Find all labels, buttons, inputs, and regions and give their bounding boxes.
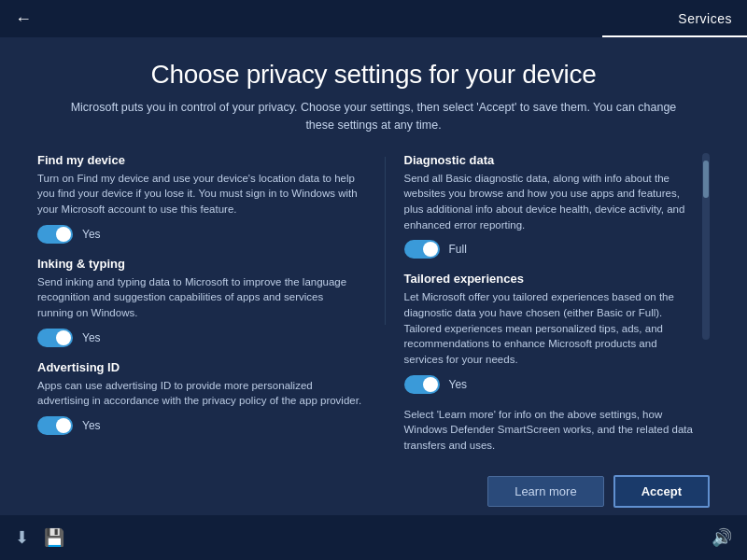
- scrollbar-track[interactable]: [702, 153, 710, 340]
- scrollbar-thumb[interactable]: [703, 161, 709, 198]
- settings-col-left: Find my device Turn on Find my device an…: [37, 153, 385, 516]
- tailored-experiences-title: Tailored experiences: [404, 272, 699, 286]
- find-my-device-toggle-label: Yes: [82, 228, 101, 241]
- download-icon[interactable]: ⬇: [15, 527, 29, 548]
- inking-typing-toggle[interactable]: [37, 329, 73, 347]
- setting-diagnostic-data: Diagnostic data Send all Basic diagnosti…: [404, 153, 699, 259]
- find-my-device-toggle[interactable]: [37, 225, 73, 244]
- back-button[interactable]: ←: [15, 9, 32, 29]
- inking-typing-toggle-label: Yes: [82, 331, 101, 344]
- advertising-id-toggle-knob: [56, 418, 71, 433]
- page-title: Choose privacy settings for your device: [151, 60, 597, 90]
- settings-area: Find my device Turn on Find my device an…: [37, 153, 710, 516]
- diagnostic-data-toggle[interactable]: [404, 240, 440, 259]
- tailored-experiences-toggle[interactable]: [404, 375, 440, 394]
- diagnostic-data-title: Diagnostic data: [404, 153, 699, 167]
- accept-button[interactable]: Accept: [613, 475, 710, 508]
- main-content: Choose privacy settings for your device …: [0, 37, 747, 515]
- bottombar: ⬇ 💾 🔊: [0, 515, 747, 560]
- settings-col-right: Diagnostic data Send all Basic diagnosti…: [386, 153, 699, 516]
- tailored-experiences-toggle-knob: [423, 377, 438, 392]
- setting-find-my-device: Find my device Turn on Find my device an…: [37, 153, 362, 244]
- topbar-title: Services: [678, 11, 732, 26]
- setting-inking-typing: Inking & typing Send inking and typing d…: [37, 257, 362, 347]
- tailored-experiences-toggle-label: Yes: [449, 378, 468, 391]
- find-my-device-toggle-row: Yes: [37, 225, 362, 244]
- tailored-experiences-desc: Let Microsoft offer you tailored experie…: [404, 289, 699, 367]
- advertising-id-toggle-row: Yes: [37, 416, 362, 435]
- save-icon[interactable]: 💾: [44, 527, 64, 548]
- diagnostic-data-toggle-row: Full: [404, 240, 699, 259]
- topbar: ← Services: [0, 0, 747, 37]
- diagnostic-data-toggle-knob: [423, 242, 438, 257]
- setting-tailored-experiences: Tailored experiences Let Microsoft offer…: [404, 272, 699, 393]
- find-my-device-toggle-knob: [56, 227, 71, 242]
- advertising-id-toggle[interactable]: [37, 416, 73, 435]
- advertising-id-desc: Apps can use advertising ID to provide m…: [37, 378, 362, 409]
- find-my-device-desc: Turn on Find my device and use your devi…: [37, 171, 362, 217]
- volume-icon[interactable]: 🔊: [712, 527, 732, 548]
- setting-advertising-id: Advertising ID Apps can use advertising …: [37, 360, 362, 435]
- inking-typing-desc: Send inking and typing data to Microsoft…: [37, 274, 362, 321]
- page-subtitle: Microsoft puts you in control of your pr…: [65, 99, 682, 134]
- info-text: Select 'Learn more' for info on the abov…: [404, 407, 699, 454]
- inking-typing-toggle-row: Yes: [37, 329, 362, 347]
- advertising-id-title: Advertising ID: [37, 360, 362, 374]
- back-icon: ←: [15, 9, 32, 29]
- inking-typing-title: Inking & typing: [37, 257, 362, 271]
- find-my-device-title: Find my device: [37, 153, 362, 167]
- diagnostic-data-desc: Send all Basic diagnostic data, along wi…: [404, 171, 699, 233]
- settings-col-right-wrapper: Diagnostic data Send all Basic diagnosti…: [386, 153, 711, 516]
- advertising-id-toggle-label: Yes: [82, 419, 101, 432]
- learn-more-button[interactable]: Learn more: [487, 476, 603, 507]
- inking-typing-toggle-knob: [56, 330, 71, 345]
- bottom-icons: ⬇ 💾: [15, 527, 64, 548]
- topbar-underline: [602, 35, 747, 37]
- diagnostic-data-toggle-label: Full: [449, 243, 467, 256]
- tailored-experiences-toggle-row: Yes: [404, 375, 699, 394]
- action-buttons: Learn more Accept: [487, 475, 710, 508]
